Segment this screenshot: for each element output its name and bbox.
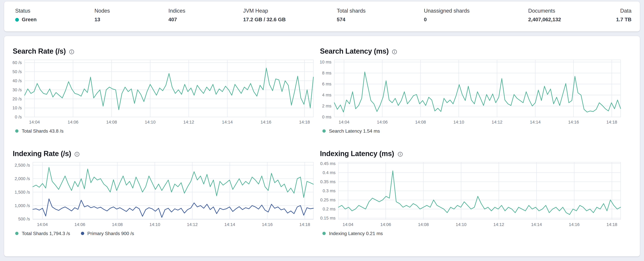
svg-text:40 /s: 40 /s (13, 78, 22, 83)
metric-value: 1.7 TB (616, 16, 632, 23)
svg-text:1,500 /s: 1,500 /s (15, 190, 30, 194)
legend-dot (15, 129, 18, 133)
chart-title: Search Latency (ms) (320, 47, 389, 56)
svg-text:30 /s: 30 /s (13, 87, 22, 92)
svg-text:14:12: 14:12 (184, 120, 194, 124)
svg-text:2,500 /s: 2,500 /s (15, 163, 30, 167)
svg-text:0.3 ms: 0.3 ms (322, 188, 336, 193)
legend-dot (15, 232, 18, 235)
legend-item-total-shards[interactable]: Total Shards 1,794.3 /s (15, 231, 70, 236)
metric-value: Green (22, 16, 36, 23)
metric-unassigned-shards: Unassigned shards 0 (424, 8, 528, 32)
chart-legend: Indexing Latency 0.21 ms (320, 230, 622, 237)
svg-text:14:08: 14:08 (418, 222, 429, 227)
metric-label: Unassigned shards (424, 8, 528, 14)
search-latency-chart: Search Latency (ms) 10 ms8 ms6 ms4 ms2 m… (320, 47, 622, 134)
metric-label: Status (15, 8, 94, 14)
svg-text:2,000 /s: 2,000 /s (15, 176, 30, 181)
metric-label: Indices (168, 8, 243, 14)
svg-text:0 /s: 0 /s (15, 114, 22, 119)
svg-text:14:08: 14:08 (106, 120, 117, 124)
svg-text:2 ms: 2 ms (322, 103, 332, 108)
metric-data: Data 1.7 TB (616, 8, 632, 32)
svg-text:0.2 ms: 0.2 ms (322, 206, 336, 211)
svg-text:14:04: 14:04 (37, 222, 48, 227)
legend-item-indexing-latency[interactable]: Indexing Latency 0.21 ms (322, 231, 383, 236)
metric-value: 574 (337, 16, 346, 23)
metric-jvm-heap: JVM Heap 17.2 GB / 32.6 GB (243, 8, 337, 32)
svg-text:14:12: 14:12 (494, 222, 504, 227)
svg-text:14:18: 14:18 (606, 120, 617, 124)
metric-nodes: Nodes 13 (94, 8, 168, 32)
svg-text:14:16: 14:16 (568, 120, 579, 124)
metric-value: 13 (94, 16, 100, 23)
metric-indices: Indices 407 (168, 8, 243, 32)
indexing-latency-chart: Indexing Latency (ms) 0.45 ms0.4 ms0.35 … (320, 149, 622, 237)
chart-legend: Search Latency 1.54 ms (320, 128, 622, 134)
svg-text:14:06: 14:06 (380, 222, 391, 227)
svg-text:0.15 ms: 0.15 ms (320, 215, 336, 220)
metric-label: Nodes (94, 8, 168, 14)
svg-text:1,000 /s: 1,000 /s (15, 203, 30, 208)
info-icon[interactable] (392, 49, 397, 54)
svg-text:14:10: 14:10 (150, 222, 160, 227)
svg-text:0 ms: 0 ms (322, 114, 332, 119)
indexing-latency-plot[interactable]: 0.45 ms0.4 ms0.35 ms0.3 ms0.25 ms0.2 ms0… (320, 160, 622, 229)
info-icon[interactable] (74, 151, 80, 157)
svg-text:14:04: 14:04 (339, 120, 350, 124)
svg-text:14:12: 14:12 (187, 222, 198, 227)
svg-text:0.25 ms: 0.25 ms (320, 197, 336, 202)
svg-text:14:10: 14:10 (456, 222, 466, 227)
svg-text:0.45 ms: 0.45 ms (320, 161, 336, 166)
legend-label: Indexing Latency 0.21 ms (329, 231, 383, 236)
legend-dot (322, 232, 326, 235)
svg-text:14:18: 14:18 (606, 222, 617, 227)
charts-panel: Search Rate (/s) 60 /s50 /s40 /s30 /s20 … (4, 36, 640, 256)
svg-text:14:12: 14:12 (492, 120, 502, 124)
chart-title: Search Rate (/s) (13, 47, 66, 56)
svg-text:14:06: 14:06 (377, 120, 388, 124)
svg-text:14:16: 14:16 (262, 222, 273, 227)
legend-item-search-latency[interactable]: Search Latency 1.54 ms (322, 129, 380, 134)
svg-text:50 /s: 50 /s (13, 69, 22, 74)
indexing-rate-plot[interactable]: 2,500 /s2,000 /s1,500 /s1,000 /s500 /s14… (13, 160, 315, 229)
svg-text:14:18: 14:18 (299, 120, 310, 124)
metric-label: Total shards (337, 8, 424, 14)
info-icon[interactable] (398, 151, 403, 157)
metric-label: Documents (528, 8, 616, 14)
legend-item-primary-shards[interactable]: Primary Shards 900 /s (81, 231, 134, 236)
metric-documents: Documents 2,407,062,132 (528, 8, 616, 32)
svg-text:60 /s: 60 /s (13, 60, 22, 65)
svg-text:8 ms: 8 ms (322, 71, 332, 75)
info-icon[interactable] (69, 49, 74, 54)
metric-value: 0 (424, 16, 427, 23)
svg-text:10 ms: 10 ms (320, 60, 331, 64)
svg-text:14:14: 14:14 (530, 120, 541, 124)
svg-text:14:04: 14:04 (343, 222, 354, 227)
svg-text:14:04: 14:04 (29, 120, 40, 124)
chart-header: Search Rate (/s) (13, 47, 315, 56)
legend-item-total-shards[interactable]: Total Shards 43.8 /s (15, 129, 64, 134)
search-latency-plot[interactable]: 10 ms8 ms6 ms4 ms2 ms0 ms14:0414:0614:08… (320, 58, 622, 127)
metric-value: 17.2 GB / 32.6 GB (243, 16, 286, 23)
metric-total-shards: Total shards 574 (337, 8, 424, 32)
chart-legend: Total Shards 43.8 /s (13, 128, 315, 134)
legend-label: Search Latency 1.54 ms (329, 129, 380, 134)
indexing-rate-chart: Indexing Rate (/s) 2,500 /s2,000 /s1,500… (13, 149, 315, 237)
search-rate-plot[interactable]: 60 /s50 /s40 /s30 /s20 /s10 /s0 /s14:041… (13, 58, 315, 127)
legend-label: Primary Shards 900 /s (88, 231, 134, 236)
chart-header: Search Latency (ms) (320, 47, 622, 56)
svg-text:14:08: 14:08 (112, 222, 123, 227)
svg-text:4 ms: 4 ms (322, 93, 332, 97)
legend-label: Total Shards 43.8 /s (22, 129, 64, 134)
health-status-dot (15, 18, 19, 22)
svg-text:14:14: 14:14 (531, 222, 542, 227)
legend-dot (322, 129, 326, 133)
chart-title: Indexing Latency (ms) (320, 149, 394, 158)
chart-legend: Total Shards 1,794.3 /s Primary Shards 9… (13, 230, 315, 237)
svg-text:14:14: 14:14 (222, 120, 233, 124)
legend-dot (81, 232, 84, 235)
svg-text:14:14: 14:14 (224, 222, 235, 227)
svg-text:14:06: 14:06 (68, 120, 78, 124)
svg-text:14:08: 14:08 (415, 120, 426, 124)
